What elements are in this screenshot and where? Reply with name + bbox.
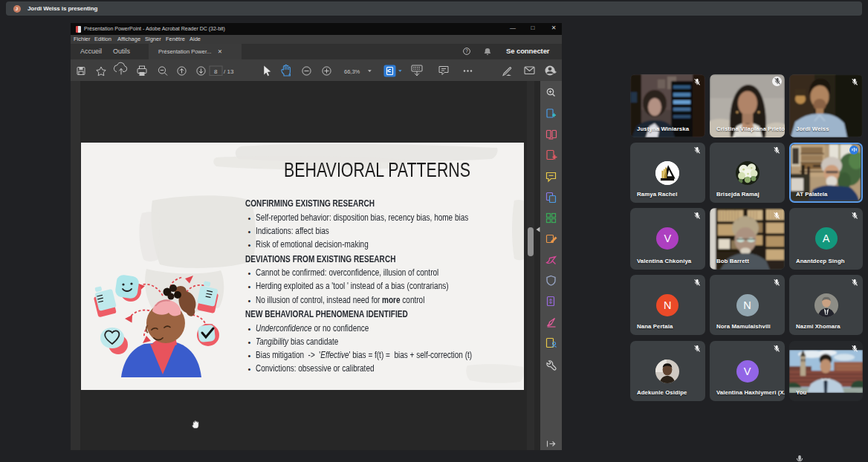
svg-text:/ 13: / 13 <box>224 68 234 75</box>
svg-text:?: ? <box>465 48 468 53</box>
svg-text:8: 8 <box>214 68 218 75</box>
svg-text:66,3%: 66,3% <box>344 68 360 75</box>
